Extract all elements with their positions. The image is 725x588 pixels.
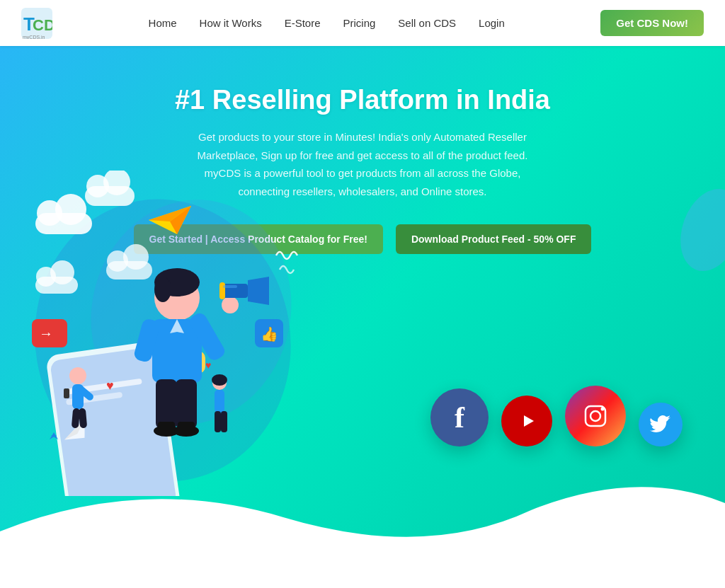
nav-home[interactable]: Home <box>149 17 177 29</box>
instagram-icon <box>565 386 626 446</box>
svg-text:→: → <box>39 325 53 341</box>
svg-rect-62 <box>215 411 221 432</box>
nav-estore[interactable]: E-Store <box>285 17 321 29</box>
svg-point-64 <box>212 374 227 386</box>
hero-section: #1 Reselling Platform in India Get produ… <box>0 46 725 588</box>
youtube-icon <box>501 396 552 446</box>
nav-login[interactable]: Login <box>479 17 505 29</box>
logo[interactable]: T CDS myCDS.in <box>21 8 52 39</box>
blob-decoration: → ♥ ♥ <box>21 171 326 496</box>
svg-point-38 <box>154 277 171 302</box>
svg-point-43 <box>222 296 239 313</box>
svg-point-17 <box>123 244 149 270</box>
social-icons-group: f <box>430 386 683 446</box>
svg-text:♥: ♥ <box>106 379 114 393</box>
svg-rect-46 <box>219 282 225 299</box>
svg-rect-61 <box>215 390 224 413</box>
svg-point-8 <box>55 194 86 225</box>
twitter-icon <box>639 403 683 446</box>
nav-links: Home How it Works E-Store Pricing Sell o… <box>149 17 505 30</box>
svg-rect-53 <box>178 422 195 432</box>
svg-rect-52 <box>158 422 175 432</box>
svg-point-54 <box>69 367 86 384</box>
svg-rect-49 <box>176 379 197 429</box>
svg-text:👍: 👍 <box>261 325 278 342</box>
svg-text:CDS: CDS <box>33 16 52 34</box>
svg-rect-63 <box>221 411 227 432</box>
svg-point-14 <box>50 260 74 284</box>
svg-marker-45 <box>248 277 269 305</box>
svg-text:myCDS.in: myCDS.in <box>23 35 45 39</box>
decorative-blob-right <box>670 180 725 279</box>
svg-rect-59 <box>64 388 69 398</box>
download-feed-button[interactable]: Download Product Feed - 50% OFF <box>396 224 592 254</box>
hero-title: #1 Reselling Platform in India <box>175 85 550 115</box>
facebook-icon: f <box>430 388 489 446</box>
nav-how-it-works[interactable]: How it Works <box>200 17 262 29</box>
svg-text:♥: ♥ <box>205 359 211 371</box>
svg-point-71 <box>601 408 605 411</box>
svg-point-70 <box>590 411 600 421</box>
nav-sell-on-cds[interactable]: Sell on CDS <box>398 17 456 29</box>
nav-pricing[interactable]: Pricing <box>343 17 376 29</box>
svg-rect-48 <box>156 379 177 429</box>
navbar: T CDS myCDS.in Home How it Works E-Store… <box>0 0 725 46</box>
svg-rect-47 <box>223 285 237 288</box>
get-cds-button[interactable]: Get CDS Now! <box>600 10 704 36</box>
